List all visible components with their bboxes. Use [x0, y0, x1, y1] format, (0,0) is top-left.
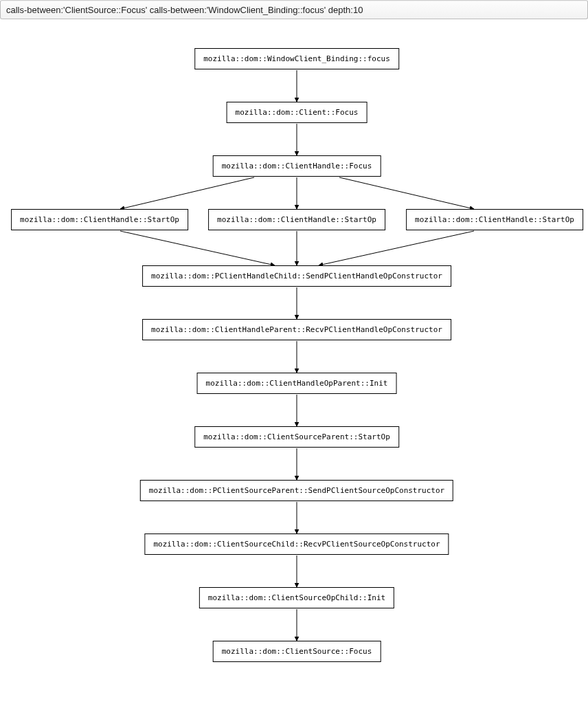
svg-line-5: [120, 231, 275, 265]
call-graph: mozilla::dom::WindowClient_Binding::focu…: [0, 19, 588, 698]
node-clientsourceopchild-init[interactable]: mozilla::dom::ClientSourceOpChild::Init: [199, 587, 394, 608]
node-client-focus[interactable]: mozilla::dom::Client::Focus: [227, 102, 368, 123]
search-input[interactable]: [5, 4, 583, 16]
node-clienthandle-startop-1[interactable]: mozilla::dom::ClientHandle::StartOp: [11, 209, 188, 230]
node-clientsourcechild-recv[interactable]: mozilla::dom::ClientSourceChild::RecvPCl…: [144, 534, 449, 555]
node-clienthandleopparent-init[interactable]: mozilla::dom::ClientHandleOpParent::Init: [197, 373, 397, 394]
node-clientsourceparent-startop[interactable]: mozilla::dom::ClientSourceParent::StartO…: [194, 426, 399, 448]
svg-line-7: [319, 231, 474, 265]
node-clienthandle-focus[interactable]: mozilla::dom::ClientHandle::Focus: [213, 155, 381, 177]
svg-line-2: [120, 177, 254, 209]
node-clientsource-focus[interactable]: mozilla::dom::ClientSource::Focus: [213, 641, 381, 662]
node-windowclient-binding-focus[interactable]: mozilla::dom::WindowClient_Binding::focu…: [194, 48, 399, 69]
node-clienthandle-startop-3[interactable]: mozilla::dom::ClientHandle::StartOp: [406, 209, 583, 230]
node-pclientsourceparent-send[interactable]: mozilla::dom::PClientSourceParent::SendP…: [140, 480, 453, 501]
node-clienthandle-startop-2[interactable]: mozilla::dom::ClientHandle::StartOp: [208, 209, 385, 230]
svg-line-4: [339, 177, 474, 209]
node-clienthandleparent-recv[interactable]: mozilla::dom::ClientHandleParent::RecvPC…: [142, 319, 451, 340]
search-bar: [0, 0, 588, 19]
node-pclienthandlechild-send[interactable]: mozilla::dom::PClientHandleChild::SendPC…: [142, 265, 451, 287]
